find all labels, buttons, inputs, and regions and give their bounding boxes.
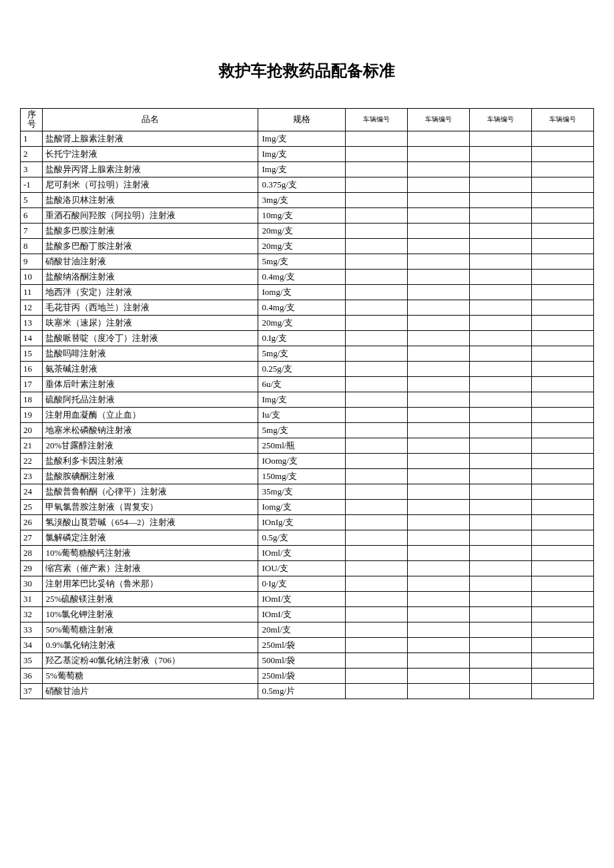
table-row: 27氯解磷定注射液0.5g/支 [21,530,594,545]
cell-veh4 [531,254,593,269]
cell-veh3 [469,576,531,591]
cell-veh1 [345,606,407,622]
cell-veh2 [407,637,469,653]
cell-seq: 27 [21,530,43,545]
cell-veh2 [407,499,469,514]
cell-veh1 [345,177,407,192]
table-row: 5盐酸洛贝林注射液3mg/支 [21,192,594,207]
cell-spec: 500ml/袋 [258,653,345,668]
cell-veh3 [469,284,531,300]
cell-veh1 [345,530,407,545]
table-row: 16氨茶碱注射液0.25g/支 [21,361,594,376]
cell-veh1 [345,361,407,376]
cell-veh4 [531,438,593,453]
cell-veh2 [407,254,469,269]
cell-name: 25%硫酸镁注射液 [43,591,258,606]
cell-seq: 21 [21,438,43,453]
cell-spec: Iu/支 [258,407,345,422]
cell-veh2 [407,269,469,284]
col-veh4-header: 车辆编号 [531,109,593,131]
table-row: 365%葡萄糖250ml/袋 [21,668,594,683]
cell-spec: 250ml/袋 [258,668,345,683]
cell-seq: 26 [21,514,43,530]
cell-veh3 [469,653,531,668]
table-body: 1盐酸肾上腺素注射液Img/支2长托宁注射液Img/支3盐酸异丙肾上腺素注射液I… [21,131,594,699]
cell-veh3 [469,269,531,284]
cell-veh3 [469,591,531,606]
cell-veh1 [345,591,407,606]
cell-veh2 [407,484,469,499]
cell-name: 重酒石酸间羟胺（阿拉明）注射液 [43,207,258,223]
cell-spec: 20mg/支 [258,315,345,330]
cell-veh1 [345,422,407,438]
cell-veh4 [531,668,593,683]
cell-name: 尼可刹米（可拉明）注射液 [43,177,258,192]
cell-name: 10%氯化钾注射液 [43,606,258,622]
table-row: 15盐酸吗啡注射液5mg/支 [21,346,594,361]
cell-veh1 [345,484,407,499]
cell-veh3 [469,392,531,407]
cell-veh1 [345,269,407,284]
cell-seq: 10 [21,269,43,284]
table-row: 3210%氯化钾注射液IOmI/支 [21,606,594,622]
cell-veh3 [469,300,531,315]
cell-spec: IOmI/支 [258,606,345,622]
cell-veh4 [531,637,593,653]
cell-veh4 [531,545,593,560]
cell-veh1 [345,330,407,346]
cell-veh3 [469,422,531,438]
table-row: 1盐酸肾上腺素注射液Img/支 [21,131,594,146]
cell-veh2 [407,300,469,315]
table-row: 6重酒石酸间羟胺（阿拉明）注射液10mg/支 [21,207,594,223]
cell-veh4 [531,576,593,591]
cell-name: 盐酸纳洛酮注射液 [43,269,258,284]
cell-seq: 35 [21,653,43,668]
cell-veh1 [345,238,407,254]
table-row: 2长托宁注射液Img/支 [21,146,594,161]
cell-veh1 [345,254,407,269]
cell-veh1 [345,284,407,300]
cell-name: 甲氧氯普胺注射液（胃复安） [43,499,258,514]
cell-veh3 [469,207,531,223]
cell-spec: Iomg/支 [258,499,345,514]
cell-name: 0.9%氯化钠注射液 [43,637,258,653]
cell-veh1 [345,207,407,223]
cell-veh1 [345,392,407,407]
cell-veh1 [345,514,407,530]
cell-veh3 [469,560,531,576]
cell-name: 地塞米松磷酸钠注射液 [43,422,258,438]
col-veh1-header: 车辆编号 [345,109,407,131]
table-row: 2120%甘露醇注射液250ml/瓶 [21,438,594,453]
cell-veh1 [345,315,407,330]
table-row: 14盐酸哌替啶（度冷丁）注射液0.Ig/支 [21,330,594,346]
cell-veh1 [345,653,407,668]
cell-name: 呋塞米（速尿）注射液 [43,315,258,330]
cell-veh3 [469,376,531,392]
cell-veh4 [531,300,593,315]
cell-veh2 [407,131,469,146]
cell-name: 羟乙基淀粉40氯化钠注射液（706） [43,653,258,668]
cell-name: 氨茶碱注射液 [43,361,258,376]
cell-name: 盐酸异丙肾上腺素注射液 [43,161,258,177]
table-row: 25甲氧氯普胺注射液（胃复安）Iomg/支 [21,499,594,514]
cell-veh4 [531,192,593,207]
cell-name: 硫酸阿托品注射液 [43,392,258,407]
cell-seq: 1 [21,131,43,146]
cell-veh3 [469,346,531,361]
cell-veh2 [407,223,469,238]
col-veh2-header: 车辆编号 [407,109,469,131]
cell-name: 硝酸甘油片 [43,683,258,699]
cell-veh4 [531,177,593,192]
table-row: 35羟乙基淀粉40氯化钠注射液（706）500ml/袋 [21,653,594,668]
cell-veh4 [531,146,593,161]
cell-spec: IOml/支 [258,545,345,560]
cell-name: 垂体后叶素注射液 [43,376,258,392]
cell-spec: 0.5mg/片 [258,683,345,699]
cell-veh4 [531,683,593,699]
cell-name: 毛花苷丙（西地兰）注射液 [43,300,258,315]
cell-spec: Img/支 [258,131,345,146]
cell-name: 氯解磷定注射液 [43,530,258,545]
cell-veh3 [469,514,531,530]
cell-veh4 [531,530,593,545]
cell-seq: 16 [21,361,43,376]
